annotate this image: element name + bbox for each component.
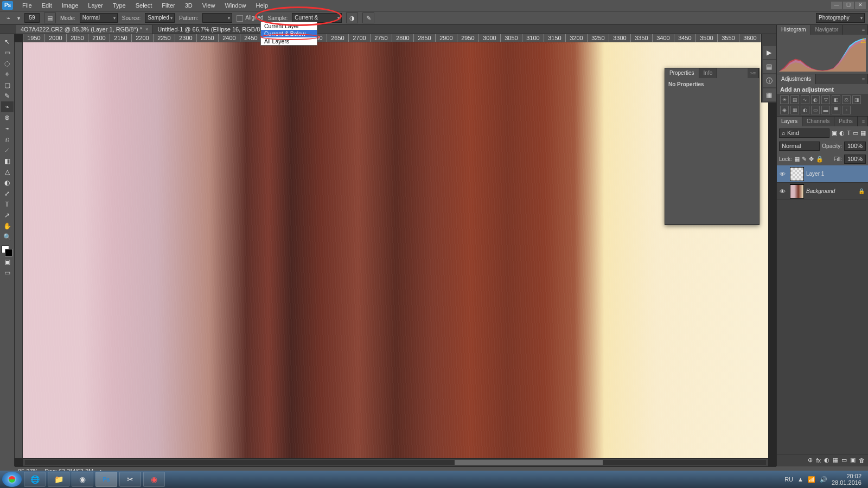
h-scrollbar[interactable]: [23, 459, 768, 466]
paths-tab[interactable]: Paths: [834, 117, 858, 126]
filter-type-icon[interactable]: T: [847, 130, 851, 136]
zoom-tool[interactable]: 🔍: [1, 232, 14, 242]
actions-panel-icon[interactable]: ▤: [763, 60, 776, 73]
adj-invert[interactable]: ◐: [801, 106, 809, 114]
pen-tool[interactable]: ⤢: [1, 188, 14, 199]
pressure-button[interactable]: ✎: [362, 12, 374, 23]
swatches-panel-icon[interactable]: ▦: [763, 88, 776, 101]
layers-tab[interactable]: Layers: [777, 117, 802, 126]
layer-row-background[interactable]: 👁 Background 🔒: [777, 183, 868, 200]
sample-option-current-layer[interactable]: Current Layer: [261, 22, 317, 30]
histogram-tab[interactable]: Histogram: [777, 25, 811, 35]
filter-shape-icon[interactable]: ▭: [853, 130, 858, 137]
taskbar-snip[interactable]: ✂: [119, 472, 141, 487]
eraser-tool[interactable]: ⟋: [1, 145, 14, 156]
sample-option-all-layers[interactable]: All Layers: [261, 37, 317, 45]
taskbar-chrome[interactable]: ◉: [72, 472, 93, 487]
adjustment-layer-icon[interactable]: ▦: [833, 457, 838, 464]
window-close[interactable]: ✕: [855, 2, 866, 9]
document-tab-2[interactable]: Untitled-1 @ 66,7% (Ellipse 16, RGB/8) *…: [153, 25, 277, 34]
tray-clock[interactable]: 20:02 28.01.2016: [832, 473, 861, 486]
lock-trans-icon[interactable]: ▦: [794, 156, 800, 163]
clone-stamp-tool[interactable]: ⌁: [1, 123, 14, 134]
path-tool[interactable]: ↗: [1, 210, 14, 221]
delete-layer-icon[interactable]: 🗑: [859, 457, 865, 464]
filter-smart-icon[interactable]: ▦: [860, 130, 866, 137]
adj-colorbalance[interactable]: ⚖: [842, 95, 851, 104]
healing-brush-icon[interactable]: ⌁: [3, 13, 13, 23]
menu-view[interactable]: View: [197, 2, 220, 9]
move-tool[interactable]: ↖: [1, 36, 14, 47]
blend-mode-select[interactable]: Normal: [779, 142, 820, 151]
adj-curves[interactable]: ∿: [801, 95, 809, 104]
document-tab-1[interactable]: 4O7A4222.CR2 @ 85.3% (Layer 1, RGB/8*) *…: [16, 25, 153, 34]
workspace-select[interactable]: Photography: [816, 13, 865, 23]
tab1-close-icon[interactable]: ×: [145, 25, 148, 34]
adj-levels[interactable]: ▤: [790, 95, 799, 104]
window-minimize[interactable]: —: [831, 2, 842, 9]
adj-selectivecolor[interactable]: ▫: [842, 106, 851, 114]
navigator-tab[interactable]: Navigator: [811, 25, 844, 35]
layers-menu-icon[interactable]: ≡: [859, 117, 868, 126]
properties-panel[interactable]: Properties Info »≡ No Properties: [665, 68, 760, 225]
taskbar-explorer[interactable]: 📁: [48, 472, 69, 487]
healing-brush-tool[interactable]: ⌁: [1, 101, 14, 112]
menu-type[interactable]: Type: [108, 2, 131, 9]
screenmode-button[interactable]: ▭: [1, 267, 14, 278]
panel-menu-icon[interactable]: »≡: [748, 68, 759, 78]
layer1-visibility-icon[interactable]: 👁: [777, 171, 788, 177]
adj-gradientmap[interactable]: ▀: [832, 106, 840, 114]
aligned-checkbox[interactable]: [237, 15, 243, 22]
menu-select[interactable]: Select: [131, 2, 157, 9]
magic-wand-tool[interactable]: ✧: [1, 69, 14, 80]
bg-visibility-icon[interactable]: 👁: [777, 188, 788, 195]
layer1-thumbnail[interactable]: [790, 167, 804, 181]
gradient-tool[interactable]: ◧: [1, 156, 14, 166]
ignore-adjustment-button[interactable]: ◑: [346, 12, 358, 23]
history-panel-icon[interactable]: ▶: [763, 46, 776, 59]
ruler-vertical[interactable]: [15, 42, 23, 458]
fx-icon[interactable]: fx: [816, 457, 821, 464]
source-select[interactable]: Sampled: [145, 13, 175, 23]
properties-tab[interactable]: Properties: [665, 68, 699, 78]
h-scroll-thumb[interactable]: [455, 460, 603, 465]
new-layer-icon[interactable]: ▣: [850, 457, 856, 464]
filter-adjust-icon[interactable]: ◐: [839, 130, 845, 137]
brush-preset-button[interactable]: ▤: [44, 12, 56, 23]
ruler-horizontal[interactable]: 1950200020502100215022002250230023502400…: [23, 34, 768, 42]
layer-row-1[interactable]: 👁 Layer 1: [777, 165, 868, 183]
menu-window[interactable]: Window: [220, 2, 251, 9]
group-icon[interactable]: ▭: [841, 457, 847, 464]
marquee-tool[interactable]: ▭: [1, 47, 14, 58]
fill-value[interactable]: 100%: [844, 155, 866, 164]
tray-lang[interactable]: RU: [784, 476, 793, 483]
eyedropper-tool[interactable]: ✎: [1, 91, 14, 101]
menu-3d[interactable]: 3D: [180, 2, 197, 9]
mask-icon[interactable]: ◐: [824, 457, 829, 464]
layer1-name[interactable]: Layer 1: [806, 171, 824, 177]
menu-image[interactable]: Image: [57, 2, 84, 9]
brush-tool[interactable]: ⊛: [1, 112, 14, 123]
mode-select[interactable]: Normal: [80, 13, 118, 23]
dodge-tool[interactable]: ◐: [1, 177, 14, 188]
adj-bw[interactable]: ◨: [852, 95, 861, 104]
window-maximize[interactable]: ☐: [843, 2, 854, 9]
hand-tool[interactable]: ✋: [1, 221, 14, 232]
menu-filter[interactable]: Filter: [157, 2, 180, 9]
pattern-select[interactable]: [202, 13, 232, 23]
adj-vibrance[interactable]: ▽: [821, 95, 830, 104]
adj-hue[interactable]: ◧: [832, 95, 840, 104]
menu-help[interactable]: Help: [251, 2, 273, 9]
history-brush-tool[interactable]: ⎌: [1, 134, 14, 145]
tray-flag-icon[interactable]: ▲: [797, 476, 803, 483]
color-swatch[interactable]: [2, 246, 12, 256]
lasso-tool[interactable]: ◌: [1, 58, 14, 69]
crop-tool[interactable]: ▢: [1, 80, 14, 91]
tray-network-icon[interactable]: 📶: [808, 476, 815, 483]
sample-option-current-below[interactable]: Current & Below: [261, 30, 317, 37]
adjustments-menu-icon[interactable]: ≡: [859, 74, 868, 84]
taskbar-record[interactable]: ◉: [143, 472, 165, 487]
tray-sound-icon[interactable]: 🔊: [820, 476, 827, 483]
quickmask-button[interactable]: ▣: [1, 256, 14, 267]
background-color[interactable]: [5, 249, 12, 256]
